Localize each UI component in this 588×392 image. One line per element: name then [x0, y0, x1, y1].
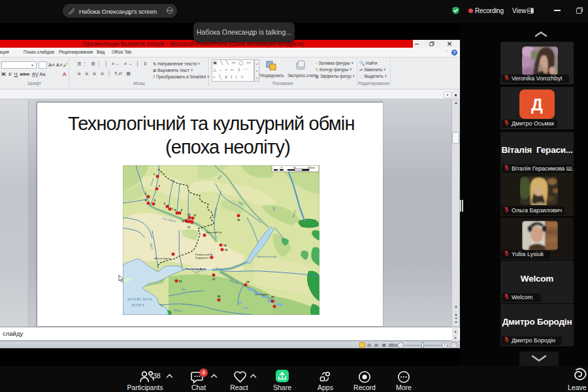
svg-text:АЗОВСКОЕ: АЗОВСКОЕ	[127, 297, 153, 301]
svg-text:19: 19	[271, 295, 274, 299]
svg-text:21: 21	[179, 280, 182, 283]
svg-text:Цимлянское вдхр.: Цимлянское вдхр.	[256, 255, 277, 258]
svg-text:Раздорская 1: Раздорская 1	[195, 257, 210, 259]
svg-text:Усть-Гудзео: Усть-Гудзео	[255, 293, 269, 296]
svg-text:18: 18	[246, 280, 250, 284]
svg-text:Жёлтая Каргал: Жёлтая Каргал	[154, 257, 171, 260]
svg-text:Ростов-на-Дону: Ростов-на-Дону	[186, 267, 206, 270]
svg-text:20: 20	[218, 295, 221, 298]
svg-text:10: 10	[182, 220, 185, 223]
svg-text:11: 11	[188, 225, 191, 229]
svg-text:50: 50	[293, 166, 297, 169]
svg-text:16: 16	[237, 218, 240, 221]
svg-text:Ея: Ея	[181, 287, 186, 291]
svg-text:14: 14	[223, 244, 227, 247]
svg-text:13: 13	[193, 214, 197, 217]
svg-text:Зеленский Гай: Зеленский Гай	[206, 231, 221, 234]
svg-text:12: 12	[188, 213, 191, 216]
svg-text:17: 17	[212, 278, 216, 281]
svg-text:МОРЕ: МОРЕ	[131, 302, 145, 307]
svg-text:Д: Д	[531, 95, 543, 114]
svg-text:15: 15	[225, 248, 228, 252]
svg-text:Ракушечный Яр: Ракушечный Яр	[195, 253, 213, 256]
svg-text:100км: 100км	[307, 166, 314, 169]
